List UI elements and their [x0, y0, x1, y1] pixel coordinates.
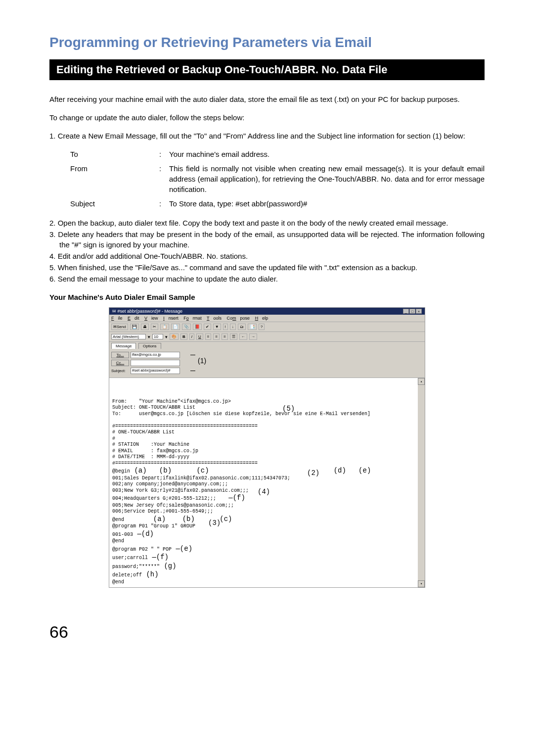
step-5: 5. When finished, use the "File/Save as.… [49, 262, 485, 273]
body-from-line: From: "Your Machine"<ifax@mgcs.co.jp> [112, 399, 231, 404]
hash-line: # [112, 436, 115, 441]
callout-g: (g) [160, 562, 177, 570]
align-left-icon[interactable]: ≡ [205, 333, 212, 340]
save-icon[interactable]: 💾 [130, 324, 139, 330]
page-number: 66 [49, 622, 485, 642]
end-line-2: @end [112, 538, 124, 544]
colon: : [159, 149, 169, 159]
close-icon[interactable]: × [416, 309, 422, 314]
scroll-up-icon[interactable]: ▴ [418, 378, 425, 385]
menu-format[interactable]: Format [183, 316, 202, 321]
colon: : [159, 163, 169, 194]
tab-message[interactable]: Message [111, 343, 136, 349]
menu-file[interactable]: File [111, 316, 123, 321]
step-1: 1. Create a New Email Message, fill out … [49, 131, 485, 141]
field-row-subject: Subject : To Store data, type: #set abbr… [70, 198, 485, 209]
prog2-line: @program P02 " " POP [112, 547, 172, 552]
callout-f-inline: —(f) [216, 494, 245, 502]
callout-line [190, 371, 195, 371]
email-body[interactable]: ▴ ▾ From: "Your Machine"<ifax@mgcs.co.jp… [109, 378, 425, 587]
maximize-icon[interactable]: □ [409, 309, 415, 314]
data-003: 003;New York G3;rly#21@ifax02.panasonic.… [112, 488, 249, 493]
help-icon[interactable]: ? [259, 324, 265, 330]
field-table: To : Your machine's email address. From … [70, 149, 485, 209]
dropdown-icon[interactable]: ▾ [165, 334, 168, 339]
importance-low-icon[interactable]: ↓ [230, 324, 236, 330]
subject-label: Subject [70, 198, 159, 209]
menubar: File Edit View Insert Format Tools Compo… [109, 315, 425, 322]
email-line: # EMAIL : fax@mgcs.co.jp [112, 448, 198, 454]
end-line: @end [112, 517, 124, 522]
bullets-icon[interactable]: ☰ [230, 333, 237, 340]
address-area: To... ifax@mgcs.co.jp Cc... (1) Subject:… [109, 350, 425, 378]
end-line-3: @end [112, 579, 124, 585]
indent-less-icon[interactable]: ← [239, 333, 247, 340]
to-value: Your machine's email address. [169, 149, 485, 159]
cut-icon[interactable]: ✂ [151, 324, 158, 330]
scroll-down-icon[interactable]: ▾ [418, 580, 425, 587]
paste-icon[interactable]: 📄 [171, 324, 180, 330]
pass-line: password;"*****" [112, 564, 160, 569]
german-note: [Löschen sie diese kopfzeile, bevor sie … [186, 411, 370, 417]
cc-field[interactable] [131, 360, 180, 366]
flag-icon[interactable]: ▼ [213, 324, 221, 330]
menu-compose[interactable]: Compose [227, 316, 250, 321]
font-select[interactable]: Arial (Western) [111, 334, 146, 339]
begin-line: @begin [112, 469, 130, 474]
menu-edit[interactable]: Edit [128, 316, 139, 321]
tab-options[interactable]: Options [138, 343, 161, 349]
toolbar-2: Arial (Western) ▾ 10 ▾ 🎨 B I U ≡ ≡ ≡ ☰ ←… [109, 332, 425, 342]
to-field[interactable]: ifax@mgcs.co.jp [131, 352, 180, 358]
from-value: This field is normally not visible when … [169, 163, 485, 194]
dropdown-icon[interactable]: ▾ [148, 334, 150, 339]
menu-help[interactable]: Help [255, 316, 268, 321]
subject-value: To Store data, type: #set abbr(password)… [169, 198, 485, 209]
cc-button[interactable]: Cc... [111, 360, 129, 366]
check-icon[interactable]: ✔ [204, 324, 211, 330]
callout-1: (1) [198, 357, 206, 365]
copy-icon[interactable]: 📋 [160, 324, 169, 330]
underline-button[interactable]: U [196, 333, 203, 340]
callout-d: —(d) [133, 530, 154, 538]
sample-heading: Your Machine's Auto Dialer Email Sample [49, 293, 485, 301]
minimize-icon[interactable]: _ [403, 309, 409, 314]
prog1-line: @program P01 "Group 1" GROUP [112, 523, 195, 529]
step-3: 3. Delete any headers that may be presen… [49, 229, 485, 250]
italic-button[interactable]: I [189, 333, 194, 340]
subject-label: Subject: [111, 369, 129, 373]
addressbook-icon[interactable]: 📕 [193, 324, 202, 330]
callout-2: (2) [307, 469, 319, 478]
colon: : [159, 198, 169, 209]
callout-h: (h) [142, 570, 159, 578]
bold-button[interactable]: B [180, 333, 187, 340]
color-icon[interactable]: 🎨 [170, 333, 178, 340]
align-right-icon[interactable]: ≡ [222, 333, 228, 340]
to-button[interactable]: To... [111, 352, 129, 358]
align-center-icon[interactable]: ≡ [213, 333, 220, 340]
to-label: To [70, 149, 159, 159]
titlebar-text: ✉ #set abbr(password)# - Message [112, 309, 182, 314]
menu-tools[interactable]: Tools [207, 316, 222, 321]
callout-e: —(e) [172, 545, 192, 553]
font-size-select[interactable]: 10 [152, 334, 163, 339]
tool-icon[interactable]: 🗂 [238, 324, 246, 330]
from-label: From [70, 163, 159, 194]
print-icon[interactable]: 🖶 [141, 324, 149, 330]
field-row-to: To : Your machine's email address. [70, 149, 485, 159]
attach-icon[interactable]: 📎 [182, 324, 191, 330]
toolbar-1: ✉Send 💾 🖶 ✂ 📋 📄 📎 📕 ✔ ▼ ! ↓ 🗂 📑 ? [109, 322, 425, 332]
send-button[interactable]: ✉Send [111, 324, 128, 330]
importance-high-icon[interactable]: ! [223, 324, 228, 330]
callout-5: (5) [282, 405, 295, 414]
data-006: 006;Service Dept.;#001-555-6549;;; [112, 509, 213, 514]
menu-insert[interactable]: Insert [163, 316, 178, 321]
user-line: user;carroll [112, 555, 148, 561]
del-line: delete;off [112, 572, 142, 578]
menu-view[interactable]: View [144, 316, 158, 321]
subject-field[interactable]: #set abbr(password)# [131, 368, 180, 374]
body-subject-line: Subject: ONE-TOUCH/ABBR List [112, 405, 195, 410]
indent-more-icon[interactable]: → [249, 333, 257, 340]
station-line: # STATION :Your Machine [112, 442, 189, 447]
tabs: Message Options [109, 342, 425, 350]
tool-icon[interactable]: 📑 [248, 324, 257, 330]
